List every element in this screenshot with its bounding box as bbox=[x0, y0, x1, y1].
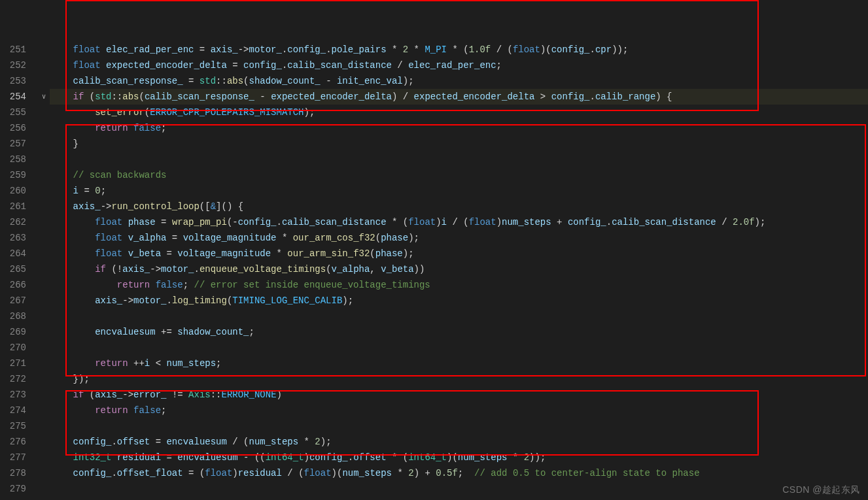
code-line[interactable]: }); bbox=[50, 371, 868, 387]
code-line[interactable]: config_.offset_float = (float)residual /… bbox=[50, 465, 868, 481]
code-line[interactable]: is_ready_ = true; bbox=[50, 497, 868, 500]
fold-marker[interactable] bbox=[38, 136, 50, 152]
code-token: config_ bbox=[568, 217, 606, 227]
fold-marker[interactable] bbox=[38, 403, 50, 418]
code-token: wrap_pm_pi bbox=[172, 217, 227, 227]
code-token: ( bbox=[84, 92, 95, 102]
fold-marker[interactable] bbox=[38, 450, 50, 465]
fold-marker[interactable] bbox=[38, 387, 50, 403]
code-token bbox=[403, 468, 408, 478]
code-token: offset bbox=[117, 437, 150, 447]
code-token bbox=[458, 44, 463, 55]
code-editor[interactable]: 2512522532542552562572582592602612622632… bbox=[0, 42, 868, 500]
code-token bbox=[546, 92, 551, 102]
code-token: * bbox=[513, 452, 518, 463]
code-token: = bbox=[172, 233, 177, 243]
fold-marker[interactable] bbox=[38, 356, 50, 371]
code-line[interactable]: axis_->run_control_loop([&]() { bbox=[50, 199, 868, 214]
code-line[interactable]: float phase = wrap_pm_pi(-config_.calib_… bbox=[50, 214, 868, 230]
code-line[interactable]: config_.offset = encvaluesum / (num_step… bbox=[50, 434, 868, 450]
fold-marker[interactable] bbox=[38, 481, 50, 497]
code-line[interactable]: int32_t residual = encvaluesum - ((int64… bbox=[50, 450, 868, 465]
fold-marker[interactable] bbox=[38, 183, 50, 199]
fold-marker[interactable] bbox=[38, 497, 50, 500]
code-token bbox=[387, 44, 392, 55]
code-token: num_steps bbox=[342, 468, 392, 478]
fold-marker[interactable] bbox=[38, 73, 50, 89]
code-line[interactable]: float v_alpha = voltage_magnitude * our_… bbox=[50, 230, 868, 246]
code-token: v_alpha bbox=[128, 233, 167, 243]
fold-marker[interactable] bbox=[38, 261, 50, 277]
code-token: ( bbox=[243, 437, 249, 447]
fold-marker[interactable] bbox=[38, 246, 50, 261]
code-token: float bbox=[513, 44, 540, 55]
code-line[interactable] bbox=[50, 152, 868, 167]
code-line[interactable]: if (axis_->error_ != Axis::ERROR_NONE) bbox=[50, 387, 868, 403]
code-token: * bbox=[277, 248, 282, 259]
fold-marker[interactable] bbox=[38, 214, 50, 230]
fold-marker[interactable] bbox=[38, 120, 50, 136]
code-token: float bbox=[408, 217, 436, 227]
fold-marker[interactable] bbox=[38, 371, 50, 387]
code-line[interactable]: encvaluesum += shadow_count_; bbox=[50, 324, 868, 340]
code-token: motor_ bbox=[161, 264, 194, 275]
code-line[interactable] bbox=[50, 308, 868, 324]
fold-marker[interactable] bbox=[38, 293, 50, 308]
code-token: ( bbox=[326, 264, 331, 275]
code-token bbox=[397, 92, 402, 102]
code-token: false bbox=[133, 123, 161, 133]
code-line[interactable]: if (std::abs(calib_scan_response_ - expe… bbox=[50, 89, 868, 105]
code-line[interactable]: calib_scan_response_ = std::abs(shadow_c… bbox=[50, 73, 868, 89]
fold-marker[interactable] bbox=[38, 42, 50, 58]
code-token bbox=[51, 76, 73, 86]
fold-marker[interactable] bbox=[38, 58, 50, 73]
fold-marker[interactable] bbox=[38, 105, 50, 120]
code-line[interactable]: i = 0; bbox=[50, 183, 868, 199]
code-line[interactable] bbox=[50, 418, 868, 434]
code-line[interactable]: float elec_rad_per_enc = axis_->motor_.c… bbox=[50, 42, 868, 58]
fold-marker[interactable] bbox=[38, 340, 50, 356]
code-line[interactable]: } bbox=[50, 136, 868, 152]
code-token: }); bbox=[51, 374, 90, 384]
fold-marker[interactable] bbox=[38, 465, 50, 481]
code-token: Axis bbox=[188, 390, 211, 400]
fold-marker[interactable] bbox=[38, 230, 50, 246]
fold-marker[interactable] bbox=[38, 308, 50, 324]
code-token bbox=[551, 217, 557, 227]
code-token bbox=[51, 280, 117, 290]
code-token bbox=[183, 390, 188, 400]
fold-marker[interactable] bbox=[38, 324, 50, 340]
code-token: ( bbox=[375, 233, 381, 243]
code-line[interactable]: if (!axis_->motor_.enqueue_voltage_timin… bbox=[50, 261, 868, 277]
code-line[interactable]: return false; // error set inside enqueu… bbox=[50, 277, 868, 293]
fold-marker[interactable] bbox=[38, 89, 50, 105]
code-token bbox=[403, 60, 408, 71]
code-token bbox=[51, 405, 95, 416]
code-line[interactable] bbox=[50, 340, 868, 356]
line-number: 260 bbox=[0, 183, 26, 199]
code-token: if bbox=[95, 264, 106, 275]
code-token bbox=[408, 44, 413, 55]
code-line[interactable]: axis_->motor_.log_timing(TIMING_LOG_ENC_… bbox=[50, 293, 868, 308]
code-line[interactable] bbox=[50, 481, 868, 497]
code-line[interactable]: float v_beta = voltage_magnitude * our_a… bbox=[50, 246, 868, 261]
code-line[interactable]: return false; bbox=[50, 120, 868, 136]
fold-marker[interactable] bbox=[38, 199, 50, 214]
watermark: CSDN @趁起东风 bbox=[782, 484, 860, 496]
code-line[interactable]: float expected_encoder_delta = config_.c… bbox=[50, 58, 868, 73]
chevron-down-icon[interactable] bbox=[42, 93, 46, 101]
fold-marker[interactable] bbox=[38, 418, 50, 434]
fold-marker[interactable] bbox=[38, 434, 50, 450]
code-area[interactable]: float elec_rad_per_enc = axis_->motor_.c… bbox=[50, 42, 868, 500]
code-line[interactable]: set_error(ERROR_CPR_POLEPAIRS_MISMATCH); bbox=[50, 105, 868, 120]
code-line[interactable]: return false; bbox=[50, 403, 868, 418]
fold-column[interactable] bbox=[38, 42, 50, 500]
code-token: config_ bbox=[73, 468, 112, 478]
line-number: 279 bbox=[0, 481, 26, 497]
fold-marker[interactable] bbox=[38, 152, 50, 167]
fold-marker[interactable] bbox=[38, 277, 50, 293]
code-token: calib_scan_response_ bbox=[145, 92, 254, 102]
code-line[interactable]: // scan backwards bbox=[50, 167, 868, 183]
code-line[interactable]: return ++i < num_steps; bbox=[50, 356, 868, 371]
fold-marker[interactable] bbox=[38, 167, 50, 183]
